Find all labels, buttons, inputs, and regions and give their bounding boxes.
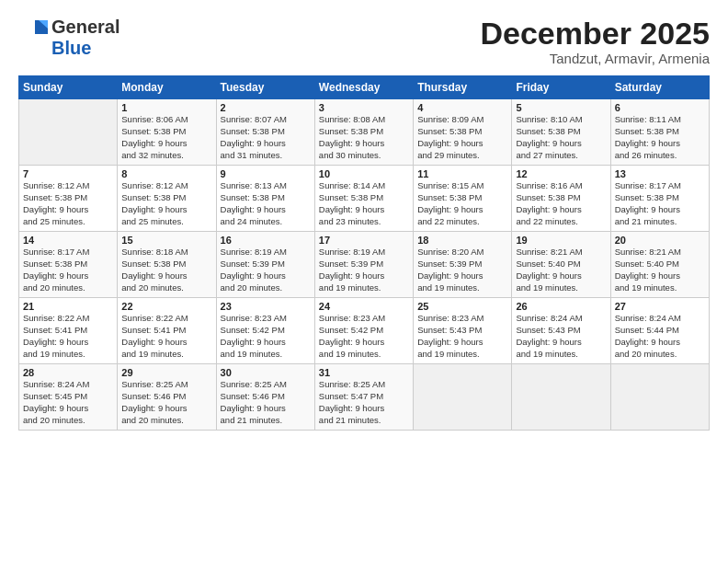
day-info: Sunrise: 8:22 AM Sunset: 5:41 PM Dayligh… [121, 313, 211, 360]
weekday-header: Sunday [19, 76, 118, 99]
calendar-cell: 30Sunrise: 8:25 AM Sunset: 5:46 PM Dayli… [216, 364, 314, 431]
calendar-week-row: 28Sunrise: 8:24 AM Sunset: 5:45 PM Dayli… [19, 364, 710, 431]
calendar-cell [414, 364, 512, 431]
weekday-header: Friday [512, 76, 610, 99]
day-info: Sunrise: 8:08 AM Sunset: 5:38 PM Dayligh… [319, 114, 409, 161]
calendar-cell: 28Sunrise: 8:24 AM Sunset: 5:45 PM Dayli… [19, 364, 118, 431]
calendar-cell [512, 364, 610, 431]
day-info: Sunrise: 8:19 AM Sunset: 5:39 PM Dayligh… [319, 247, 409, 293]
calendar-cell: 1Sunrise: 8:06 AM Sunset: 5:38 PM Daylig… [118, 99, 216, 166]
calendar-cell: 18Sunrise: 8:20 AM Sunset: 5:39 PM Dayli… [414, 232, 512, 298]
day-number: 31 [319, 367, 409, 378]
calendar-cell: 7Sunrise: 8:12 AM Sunset: 5:38 PM Daylig… [19, 166, 118, 232]
calendar-week-row: 7Sunrise: 8:12 AM Sunset: 5:38 PM Daylig… [19, 166, 710, 232]
day-number: 21 [23, 301, 113, 312]
day-info: Sunrise: 8:18 AM Sunset: 5:38 PM Dayligh… [121, 247, 211, 293]
calendar-cell: 5Sunrise: 8:10 AM Sunset: 5:38 PM Daylig… [512, 99, 610, 166]
day-number: 4 [417, 102, 507, 113]
calendar-cell: 10Sunrise: 8:14 AM Sunset: 5:38 PM Dayli… [314, 166, 413, 232]
day-info: Sunrise: 8:25 AM Sunset: 5:46 PM Dayligh… [121, 379, 211, 426]
calendar-cell [19, 99, 118, 166]
day-info: Sunrise: 8:25 AM Sunset: 5:46 PM Dayligh… [221, 379, 311, 426]
weekday-header: Thursday [414, 76, 512, 99]
calendar-cell: 25Sunrise: 8:23 AM Sunset: 5:43 PM Dayli… [414, 298, 512, 364]
day-info: Sunrise: 8:10 AM Sunset: 5:38 PM Dayligh… [516, 114, 606, 161]
page: General Blue December 2025 Tandzut, Arma… [0, 0, 728, 563]
calendar-cell: 29Sunrise: 8:25 AM Sunset: 5:46 PM Dayli… [118, 364, 216, 431]
day-number: 8 [121, 168, 211, 179]
weekday-header: Tuesday [216, 76, 314, 99]
calendar-cell: 13Sunrise: 8:17 AM Sunset: 5:38 PM Dayli… [610, 166, 709, 232]
weekday-header: Monday [118, 76, 216, 99]
calendar-cell: 20Sunrise: 8:21 AM Sunset: 5:40 PM Dayli… [610, 232, 709, 298]
month-title: December 2025 [480, 17, 710, 51]
day-info: Sunrise: 8:23 AM Sunset: 5:42 PM Dayligh… [221, 313, 311, 360]
calendar-cell: 23Sunrise: 8:23 AM Sunset: 5:42 PM Dayli… [216, 298, 314, 364]
day-number: 27 [615, 301, 705, 312]
calendar-week-row: 21Sunrise: 8:22 AM Sunset: 5:41 PM Dayli… [19, 298, 710, 364]
day-info: Sunrise: 8:23 AM Sunset: 5:43 PM Dayligh… [417, 313, 507, 360]
day-number: 6 [615, 102, 705, 113]
location: Tandzut, Armavir, Armenia [480, 51, 710, 66]
calendar-cell: 22Sunrise: 8:22 AM Sunset: 5:41 PM Dayli… [118, 298, 216, 364]
calendar-cell: 19Sunrise: 8:21 AM Sunset: 5:40 PM Dayli… [512, 232, 610, 298]
day-info: Sunrise: 8:16 AM Sunset: 5:38 PM Dayligh… [516, 180, 606, 227]
day-number: 26 [516, 301, 606, 312]
day-info: Sunrise: 8:24 AM Sunset: 5:43 PM Dayligh… [516, 313, 606, 360]
day-info: Sunrise: 8:14 AM Sunset: 5:38 PM Dayligh… [319, 180, 409, 227]
calendar-cell: 24Sunrise: 8:23 AM Sunset: 5:42 PM Dayli… [314, 298, 413, 364]
calendar-cell: 6Sunrise: 8:11 AM Sunset: 5:38 PM Daylig… [610, 99, 709, 166]
day-info: Sunrise: 8:12 AM Sunset: 5:38 PM Dayligh… [121, 180, 211, 227]
calendar-cell: 14Sunrise: 8:17 AM Sunset: 5:38 PM Dayli… [19, 232, 118, 298]
day-number: 29 [121, 367, 211, 378]
day-info: Sunrise: 8:19 AM Sunset: 5:39 PM Dayligh… [221, 247, 311, 293]
calendar-cell: 21Sunrise: 8:22 AM Sunset: 5:41 PM Dayli… [19, 298, 118, 364]
day-number: 14 [23, 235, 113, 246]
day-number: 23 [221, 301, 311, 312]
day-info: Sunrise: 8:09 AM Sunset: 5:38 PM Dayligh… [417, 114, 507, 161]
logo-icon [18, 17, 48, 38]
day-info: Sunrise: 8:15 AM Sunset: 5:38 PM Dayligh… [417, 180, 507, 227]
logo-blue: Blue [51, 38, 91, 59]
day-info: Sunrise: 8:23 AM Sunset: 5:42 PM Dayligh… [319, 313, 409, 360]
day-number: 18 [417, 235, 507, 246]
day-number: 30 [221, 367, 311, 378]
weekday-header: Wednesday [314, 76, 413, 99]
calendar-header-row: SundayMondayTuesdayWednesdayThursdayFrid… [19, 76, 710, 99]
calendar-cell: 3Sunrise: 8:08 AM Sunset: 5:38 PM Daylig… [314, 99, 413, 166]
day-info: Sunrise: 8:24 AM Sunset: 5:45 PM Dayligh… [23, 379, 113, 426]
day-number: 13 [615, 168, 705, 179]
day-number: 11 [417, 168, 507, 179]
day-number: 24 [319, 301, 409, 312]
calendar-cell [610, 364, 709, 431]
day-number: 2 [221, 102, 311, 113]
calendar-week-row: 14Sunrise: 8:17 AM Sunset: 5:38 PM Dayli… [19, 232, 710, 298]
calendar-cell: 15Sunrise: 8:18 AM Sunset: 5:38 PM Dayli… [118, 232, 216, 298]
day-number: 17 [319, 235, 409, 246]
logo: General Blue [18, 17, 119, 59]
day-info: Sunrise: 8:17 AM Sunset: 5:38 PM Dayligh… [615, 180, 705, 227]
calendar-table: SundayMondayTuesdayWednesdayThursdayFrid… [18, 75, 710, 431]
day-info: Sunrise: 8:11 AM Sunset: 5:38 PM Dayligh… [615, 114, 705, 161]
day-number: 20 [615, 235, 705, 246]
calendar-cell: 8Sunrise: 8:12 AM Sunset: 5:38 PM Daylig… [118, 166, 216, 232]
day-info: Sunrise: 8:25 AM Sunset: 5:47 PM Dayligh… [319, 379, 409, 426]
calendar-cell: 27Sunrise: 8:24 AM Sunset: 5:44 PM Dayli… [610, 298, 709, 364]
day-info: Sunrise: 8:21 AM Sunset: 5:40 PM Dayligh… [516, 247, 606, 293]
weekday-header: Saturday [610, 76, 709, 99]
day-info: Sunrise: 8:22 AM Sunset: 5:41 PM Dayligh… [23, 313, 113, 360]
day-number: 15 [121, 235, 211, 246]
day-number: 1 [121, 102, 211, 113]
day-number: 16 [221, 235, 311, 246]
day-number: 9 [221, 168, 311, 179]
calendar-cell: 16Sunrise: 8:19 AM Sunset: 5:39 PM Dayli… [216, 232, 314, 298]
calendar-week-row: 1Sunrise: 8:06 AM Sunset: 5:38 PM Daylig… [19, 99, 710, 166]
calendar-cell: 4Sunrise: 8:09 AM Sunset: 5:38 PM Daylig… [414, 99, 512, 166]
day-number: 22 [121, 301, 211, 312]
day-number: 25 [417, 301, 507, 312]
day-info: Sunrise: 8:06 AM Sunset: 5:38 PM Dayligh… [121, 114, 211, 161]
day-info: Sunrise: 8:17 AM Sunset: 5:38 PM Dayligh… [23, 247, 113, 293]
calendar-cell: 17Sunrise: 8:19 AM Sunset: 5:39 PM Dayli… [314, 232, 413, 298]
calendar-cell: 31Sunrise: 8:25 AM Sunset: 5:47 PM Dayli… [314, 364, 413, 431]
day-info: Sunrise: 8:24 AM Sunset: 5:44 PM Dayligh… [615, 313, 705, 360]
